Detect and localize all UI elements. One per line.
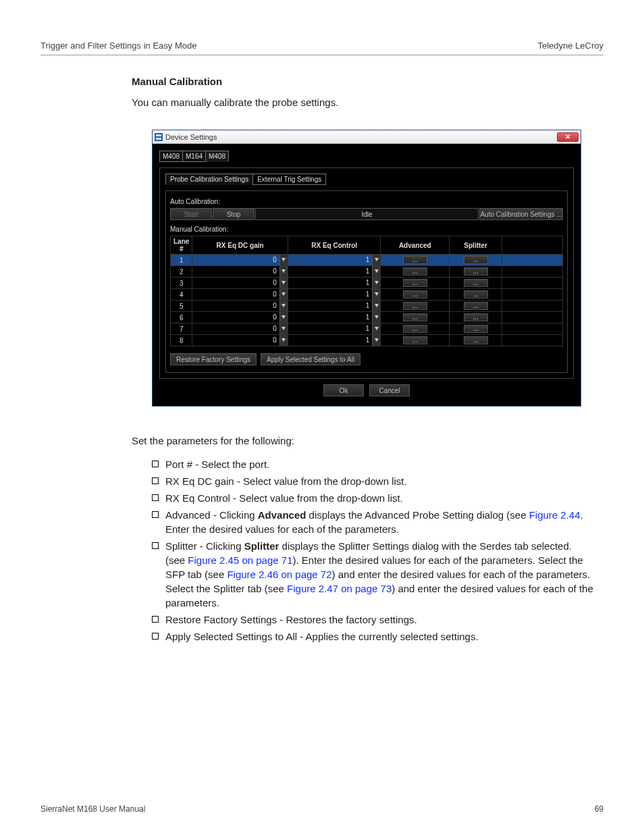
chevron-down-icon[interactable] — [372, 266, 380, 277]
chevron-down-icon[interactable] — [279, 323, 288, 334]
chevron-down-icon[interactable] — [279, 301, 288, 311]
svg-marker-12 — [375, 304, 379, 307]
advanced-cell: ... — [381, 289, 450, 301]
apply-selected-settings-button[interactable]: Apply Selected Settings to All — [261, 353, 360, 365]
table-row[interactable]: 801...... — [171, 335, 563, 346]
advanced-button[interactable]: ... — [403, 256, 427, 264]
advanced-button[interactable]: ... — [403, 336, 427, 344]
advanced-button[interactable]: ... — [403, 290, 427, 298]
chevron-down-icon[interactable] — [372, 255, 380, 265]
eq-control-cell[interactable]: 1 — [288, 255, 381, 266]
table-row[interactable]: 401...... — [171, 289, 563, 301]
intro-text: You can manually calibrate the probe set… — [132, 95, 594, 109]
tab-m408-2[interactable]: M408 — [205, 151, 229, 162]
splitter-button[interactable]: ... — [464, 290, 488, 298]
dc-gain-cell[interactable]: 0 — [192, 301, 288, 312]
splitter-button[interactable]: ... — [464, 336, 488, 344]
header-left: Trigger and Filter Settings in Easy Mode — [41, 41, 196, 51]
eq-control-cell[interactable]: 1 — [288, 266, 381, 278]
cancel-button[interactable]: Cancel — [369, 384, 410, 396]
chevron-down-icon[interactable] — [279, 289, 288, 300]
advanced-button[interactable]: ... — [403, 279, 427, 287]
subtab-probe-calibration[interactable]: Probe Calibration Settings — [165, 174, 253, 185]
xref-figure-2-44[interactable]: Figure 2.44 — [529, 509, 581, 521]
table-row[interactable]: 301...... — [171, 278, 563, 289]
sub-tabs: Probe Calibration Settings External Trig… — [165, 174, 568, 185]
splitter-button[interactable]: ... — [464, 313, 488, 321]
lane-cell: 8 — [171, 335, 192, 346]
xref-figure-2-46[interactable]: Figure 2.46 on page 72 — [227, 569, 331, 580]
table-row[interactable]: 701...... — [171, 323, 563, 335]
dc-gain-cell[interactable]: 0 — [192, 312, 288, 323]
stop-button[interactable]: Stop — [213, 208, 254, 220]
table-row[interactable]: 501...... — [171, 301, 563, 312]
eq-control-cell[interactable]: 1 — [288, 278, 381, 289]
splitter-cell: ... — [450, 312, 502, 323]
start-button[interactable]: Start — [170, 208, 212, 220]
splitter-cell: ... — [450, 289, 502, 301]
splitter-button[interactable]: ... — [464, 267, 488, 276]
lane-cell: 6 — [171, 312, 192, 323]
eq-control-cell[interactable]: 1 — [288, 312, 381, 323]
advanced-button[interactable]: ... — [403, 302, 427, 310]
calibration-status: Idle — [255, 208, 479, 220]
splitter-cell: ... — [450, 278, 502, 289]
table-row[interactable]: 601...... — [171, 312, 563, 323]
splitter-button[interactable]: ... — [464, 279, 488, 287]
chevron-down-icon[interactable] — [279, 312, 288, 323]
page-footer: SierraNet M168 User Manual 69 — [41, 804, 603, 814]
params-intro: Set the parameters for the following: — [132, 434, 594, 448]
splitter-button[interactable]: ... — [464, 302, 488, 310]
chevron-down-icon[interactable] — [372, 335, 380, 346]
table-row[interactable]: 101...... — [171, 255, 563, 266]
tab-m408-0[interactable]: M408 — [159, 151, 183, 162]
dc-gain-cell[interactable]: 0 — [192, 266, 288, 278]
chevron-down-icon[interactable] — [279, 266, 288, 277]
close-icon: ✕ — [565, 133, 570, 140]
close-button[interactable]: ✕ — [557, 132, 579, 142]
lane-cell: 2 — [171, 266, 192, 278]
ok-button[interactable]: Ok — [323, 384, 364, 396]
advanced-button[interactable]: ... — [403, 267, 427, 276]
svg-marker-4 — [375, 258, 379, 261]
dc-gain-cell[interactable]: 0 — [192, 278, 288, 289]
chevron-down-icon[interactable] — [372, 289, 380, 300]
table-row[interactable]: 201...... — [171, 266, 563, 278]
subtab-external-trig[interactable]: External Trig Settings — [252, 174, 326, 185]
restore-factory-settings-button[interactable]: Restore Factory Settings — [170, 353, 257, 365]
chevron-down-icon[interactable] — [372, 312, 380, 323]
chevron-down-icon[interactable] — [372, 278, 380, 288]
section-title: Manual Calibration — [132, 76, 594, 87]
list-item: Splitter - Clicking Splitter displays th… — [165, 539, 594, 610]
svg-marker-11 — [281, 304, 286, 307]
dc-gain-cell[interactable]: 0 — [192, 289, 288, 301]
chevron-down-icon[interactable] — [279, 278, 288, 288]
col-splitter: Splitter — [450, 236, 502, 255]
dc-gain-cell[interactable]: 0 — [192, 335, 288, 346]
splitter-button[interactable]: ... — [464, 256, 488, 264]
dc-gain-cell[interactable]: 0 — [192, 255, 288, 266]
chevron-down-icon[interactable] — [279, 335, 288, 346]
col-blank — [502, 236, 563, 255]
col-dc-gain: RX Eq DC gain — [192, 236, 288, 255]
eq-control-cell[interactable]: 1 — [288, 301, 381, 312]
eq-control-cell[interactable]: 1 — [288, 335, 381, 346]
lane-cell: 1 — [171, 255, 192, 266]
xref-figure-2-47[interactable]: Figure 2.47 on page 73 — [287, 583, 392, 594]
chevron-down-icon[interactable] — [372, 301, 380, 311]
dc-gain-cell[interactable]: 0 — [192, 323, 288, 335]
lane-cell: 3 — [171, 278, 192, 289]
splitter-cell: ... — [450, 255, 502, 266]
splitter-button[interactable]: ... — [464, 325, 488, 333]
xref-figure-2-45[interactable]: Figure 2.45 on page 71 — [188, 554, 292, 566]
auto-calibration-settings-button[interactable]: Auto Calibration Settings ... — [479, 208, 563, 220]
chevron-down-icon[interactable] — [372, 323, 380, 334]
eq-control-cell[interactable]: 1 — [288, 323, 381, 335]
advanced-button[interactable]: ... — [403, 313, 427, 321]
splitter-cell: ... — [450, 335, 502, 346]
manual-calibration-label: Manual Calibration: — [170, 226, 563, 233]
eq-control-cell[interactable]: 1 — [288, 289, 381, 301]
chevron-down-icon[interactable] — [279, 255, 288, 265]
advanced-button[interactable]: ... — [403, 325, 427, 333]
tab-m164-1[interactable]: M164 — [182, 151, 206, 162]
